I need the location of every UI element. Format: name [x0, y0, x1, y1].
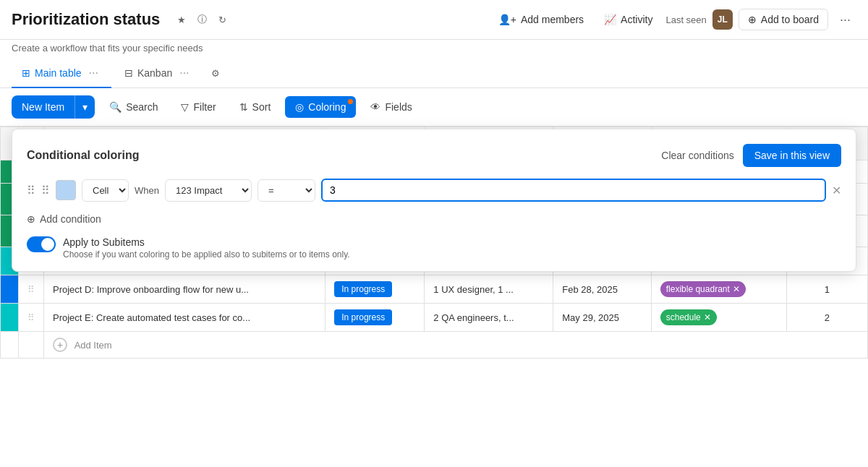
row-handle: ⠿ — [19, 275, 44, 304]
team-cell: 1 UX designer, 1 ... — [425, 275, 553, 304]
drag-handle-icon[interactable]: ⠿ — [27, 184, 35, 197]
add-item-row[interactable]: + Add Item — [1, 332, 868, 359]
row-indicator — [1, 275, 19, 304]
plus-circle-icon: ⊕ — [748, 14, 757, 25]
coloring-icon: ◎ — [295, 101, 304, 113]
settings-icon[interactable]: ⚙ — [205, 62, 226, 85]
toolbar: New Item ▾ 🔍 Search ▽ Filter ⇅ Sort ◎ Co… — [0, 88, 868, 127]
sort-button[interactable]: ⇅ Sort — [231, 96, 280, 118]
tab-main-table-dots[interactable]: ··· — [86, 67, 101, 80]
toggle-label: Apply to Subitems — [63, 236, 350, 248]
activity-button[interactable]: 📈 Activity — [597, 9, 660, 30]
value-input[interactable] — [321, 179, 826, 202]
table-row: ⠿ Project E: Create automated test cases… — [1, 304, 868, 332]
add-item-label: Add Item — [75, 340, 112, 351]
team-cell: 2 QA engineers, t... — [425, 304, 553, 332]
table-row: ⠿ Project D: Improve onboarding flow for… — [1, 275, 868, 304]
fields-icon: 👁 — [370, 101, 380, 113]
status-cell: In progress — [326, 275, 425, 304]
plus-circle-icon: ⊕ — [27, 213, 35, 225]
operator-select[interactable]: = — [258, 179, 315, 202]
search-button[interactable]: 🔍 Search — [101, 96, 166, 118]
add-item-indicator — [1, 332, 19, 359]
project-cell: Project D: Improve onboarding flow for n… — [44, 275, 326, 304]
apply-subitems-toggle[interactable] — [27, 236, 56, 252]
tabs-bar: ⊞ Main table ··· ⊟ Kanban ··· ⚙ — [0, 59, 868, 88]
impact-cell: 2 — [786, 304, 867, 332]
add-to-board-button[interactable]: ⊕ Add to board — [739, 9, 828, 30]
quadrant-badge: schedule ✕ — [660, 309, 717, 325]
cell-type-select[interactable]: Cell — [82, 179, 129, 202]
sort-icon: ⇅ — [239, 101, 248, 113]
panel-header: Conditional coloring Clear conditions Sa… — [27, 144, 841, 167]
color-swatch[interactable] — [56, 180, 76, 200]
star-icon[interactable]: ★ — [174, 12, 189, 28]
clear-conditions-button[interactable]: Clear conditions — [661, 150, 733, 161]
new-item-dropdown-arrow[interactable]: ▾ — [75, 95, 95, 119]
add-members-button[interactable]: 👤+ Add members — [491, 9, 591, 30]
row-indicator — [1, 304, 19, 332]
toggle-subtext: Choose if you want coloring to be applie… — [63, 249, 350, 260]
row-drag-icon[interactable]: ⠿ — [27, 284, 35, 295]
quadrant-cell: schedule ✕ — [651, 304, 786, 332]
info-icon[interactable]: ⓘ — [195, 10, 210, 29]
more-options-button[interactable]: ··· — [834, 9, 856, 30]
table-icon: ⊞ — [22, 67, 30, 79]
search-icon: 🔍 — [109, 101, 122, 113]
app-title: Prioritization status — [12, 10, 160, 29]
date-cell: Feb 28, 2025 — [553, 275, 651, 304]
date-cell: May 29, 2025 — [553, 304, 651, 332]
header-actions: 👤+ Add members 📈 Activity Last seen JL ⊕… — [491, 9, 856, 30]
quadrant-cell: flexible quadrant ✕ — [651, 275, 786, 304]
row-handle: ⠿ — [19, 304, 44, 332]
field-select[interactable]: 123 Impact — [165, 179, 252, 202]
activity-icon: 📈 — [604, 14, 616, 25]
quadrant-badge: flexible quadrant ✕ — [660, 281, 746, 297]
add-condition-button[interactable]: ⊕ Add condition — [27, 210, 101, 228]
header-icons: ★ ⓘ ↻ — [174, 10, 229, 29]
new-item-label: New Item — [12, 95, 75, 119]
add-item-plus-icon[interactable]: + — [53, 338, 67, 352]
when-label: When — [135, 185, 159, 196]
tab-main-table[interactable]: ⊞ Main table ··· — [12, 59, 111, 88]
save-view-button[interactable]: Save in this view — [743, 144, 841, 167]
panel-header-actions: Clear conditions Save in this view — [661, 144, 841, 167]
new-item-button[interactable]: New Item ▾ — [12, 95, 95, 119]
refresh-icon[interactable]: ↻ — [216, 12, 229, 28]
app-subtitle: Create a workflow that fits your specifi… — [0, 40, 868, 59]
project-cell: Project E: Create automated test cases f… — [44, 304, 326, 332]
last-seen-label: Last seen — [665, 14, 706, 25]
add-members-icon: 👤+ — [498, 14, 516, 25]
panel-title: Conditional coloring — [27, 149, 140, 162]
clear-value-button[interactable]: ✕ — [832, 184, 841, 197]
status-cell: In progress — [326, 304, 425, 332]
status-badge: In progress — [334, 309, 392, 325]
status-badge: In progress — [334, 281, 392, 297]
coloring-panel: Conditional coloring Clear conditions Sa… — [12, 129, 856, 272]
app-header: Prioritization status ★ ⓘ ↻ 👤+ Add membe… — [0, 0, 868, 40]
apply-subitems-row: Apply to Subitems Choose if you want col… — [27, 236, 841, 260]
toggle-text-area: Apply to Subitems Choose if you want col… — [63, 236, 350, 260]
add-item-handle — [19, 332, 44, 359]
coloring-active-dot — [348, 99, 353, 104]
tab-kanban[interactable]: ⊟ Kanban ··· — [114, 59, 203, 88]
filter-button[interactable]: ▽ Filter — [172, 96, 224, 118]
row-drag-icon[interactable]: ⠿ — [27, 312, 35, 323]
tab-kanban-dots[interactable]: ··· — [176, 67, 192, 80]
filter-icon: ▽ — [181, 101, 189, 113]
avatar: JL — [712, 9, 733, 30]
coloring-button[interactable]: ◎ Coloring — [285, 96, 356, 118]
fields-button[interactable]: 👁 Fields — [362, 96, 420, 118]
impact-cell: 1 — [786, 275, 867, 304]
kanban-icon: ⊟ — [124, 67, 133, 79]
drag-handle2-icon[interactable]: ⠿ — [41, 184, 50, 197]
condition-row: ⠿ ⠿ Cell When 123 Impact = ✕ — [27, 179, 841, 202]
add-item-cell[interactable]: + Add Item — [44, 332, 868, 359]
